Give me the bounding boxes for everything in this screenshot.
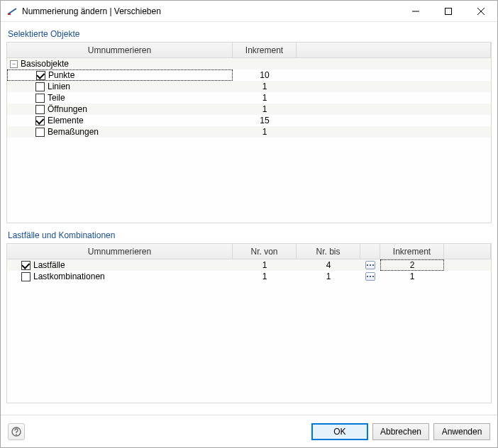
table-row[interactable]: Öffnungen 1 (7, 103, 491, 115)
checkbox-lastfaelle[interactable] (21, 261, 31, 270)
col-spacer (297, 43, 491, 57)
col-from-header: Nr. von (233, 244, 297, 259)
row-label: Linien (48, 82, 70, 91)
dialog-content: Selektierte Objekte Umnummerieren Inkrem… (1, 22, 497, 415)
checkbox-lastkombinationen[interactable] (21, 272, 31, 281)
from-cell[interactable]: 1 (233, 271, 297, 282)
svg-point-6 (16, 434, 17, 435)
selected-objects-table: Umnummerieren Inkrement − Basisobjekte (6, 42, 492, 223)
col-spacer (444, 244, 491, 259)
increment-cell[interactable]: 1 (233, 126, 297, 138)
row-label: Lastkombinationen (33, 271, 105, 281)
minimize-button[interactable] (399, 1, 432, 22)
section-loadcases-label: Lastfälle und Kombinationen (8, 230, 490, 240)
edit-cell[interactable] (360, 271, 380, 282)
help-button[interactable] (8, 423, 25, 440)
col-to-header: Nr. bis (297, 244, 360, 259)
increment-cell[interactable]: 1 (233, 103, 297, 115)
maximize-button[interactable] (432, 1, 465, 22)
checkbox-teile[interactable] (35, 94, 45, 103)
increment-cell[interactable]: 1 (380, 271, 444, 282)
checkbox-bemassungen[interactable] (35, 128, 45, 137)
table-row[interactable]: Lastkombinationen 1 1 1 (7, 271, 491, 282)
row-label: Elemente (48, 116, 84, 125)
table-row[interactable]: Bemaßungen 1 (7, 126, 491, 138)
loadcases-table: Umnummerieren Nr. von Nr. bis Inkrement … (6, 243, 492, 403)
collapse-icon[interactable]: − (10, 60, 18, 68)
table-row[interactable]: Linien 1 (7, 81, 491, 92)
row-label: Lastfälle (33, 260, 65, 270)
from-cell[interactable]: 1 (233, 259, 297, 271)
col-renumber-header: Umnummerieren (7, 244, 233, 259)
cell-empty (233, 58, 297, 69)
checkbox-punkte[interactable] (36, 71, 45, 80)
browse-icon[interactable] (365, 272, 375, 281)
window-title: Nummerierung ändern | Verschieben (22, 6, 399, 16)
col-increment-header: Inkrement (233, 43, 297, 57)
edit-cell[interactable] (360, 259, 380, 271)
app-icon (6, 6, 18, 17)
dialog-footer: OK Abbrechen Anwenden (1, 415, 497, 447)
to-cell[interactable]: 1 (297, 271, 360, 282)
col-renumber-header: Umnummerieren (7, 43, 233, 57)
increment-cell[interactable]: 10 (233, 69, 297, 81)
checkbox-oeffnungen[interactable] (35, 105, 45, 114)
to-cell[interactable]: 4 (297, 259, 360, 271)
increment-cell[interactable]: 1 (233, 81, 297, 92)
browse-icon[interactable] (365, 261, 375, 269)
close-button[interactable] (465, 1, 497, 22)
apply-button[interactable]: Anwenden (433, 423, 490, 440)
group-label: Basisobjekte (21, 59, 69, 69)
increment-cell[interactable]: 15 (233, 115, 297, 126)
row-label: Öffnungen (48, 104, 87, 114)
table-body: − Basisobjekte Punkte 10 (7, 58, 491, 223)
col-edit-header (360, 244, 380, 259)
table-header: Umnummerieren Nr. von Nr. bis Inkrement (7, 244, 491, 259)
tree-group-row[interactable]: − Basisobjekte (7, 58, 491, 69)
table-row[interactable]: Elemente 15 (7, 115, 491, 126)
table-row[interactable]: Teile 1 (7, 92, 491, 103)
table-row[interactable]: Lastfälle 1 4 2 (7, 259, 491, 271)
row-label: Teile (48, 93, 65, 103)
col-increment-header: Inkrement (380, 244, 444, 259)
table-row[interactable]: Punkte 10 (7, 69, 491, 81)
increment-cell[interactable]: 2 (380, 259, 444, 271)
dialog-window: Nummerierung ändern | Verschieben Selekt… (0, 0, 498, 448)
section-selected-objects-label: Selektierte Objekte (8, 29, 490, 39)
row-label: Bemaßungen (48, 127, 99, 137)
titlebar: Nummerierung ändern | Verschieben (1, 1, 497, 22)
cancel-button[interactable]: Abbrechen (372, 423, 429, 440)
checkbox-elemente[interactable] (35, 116, 45, 125)
increment-cell[interactable]: 1 (233, 92, 297, 103)
table-header: Umnummerieren Inkrement (7, 43, 491, 58)
svg-rect-2 (446, 8, 452, 14)
table-body: Lastfälle 1 4 2 Lastkombinationen (7, 259, 491, 403)
checkbox-linien[interactable] (35, 82, 45, 91)
row-label: Punkte (48, 70, 74, 80)
ok-button[interactable]: OK (311, 423, 368, 440)
